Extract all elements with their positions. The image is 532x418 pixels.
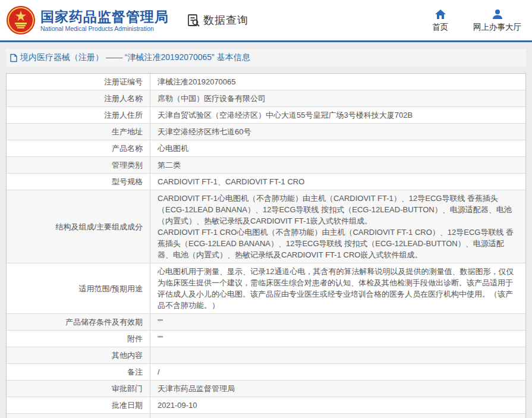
document-search-icon <box>187 13 201 27</box>
row-label: 备注 <box>7 364 150 380</box>
row-value: 第二类 <box>150 157 525 173</box>
row-value: CARDIOVIT FT-1、CARDIOVIT FT-1 CRO <box>150 174 525 190</box>
row-value-text: 天津空港经济区纬七道60号 <box>158 126 251 137</box>
data-query-label: 数据查询 <box>203 13 248 27</box>
row-value-text: 心电图机用于测量、显示、记录12通道心电，其含有的算法解释说明以及提供的测量值、… <box>158 266 518 311</box>
row-label-text: 注册人名称 <box>104 93 143 104</box>
row-value-text: "" <box>158 333 163 344</box>
row-label-text: 管理类别 <box>112 159 143 171</box>
row-label-text: 产品储存条件及有效期 <box>65 316 143 328</box>
row-value: 津械注准20192070065 <box>150 74 525 90</box>
row-label: 注册证编号 <box>7 74 150 90</box>
row-label-text: 批准日期 <box>112 400 143 411</box>
row-value <box>150 414 525 418</box>
row-label-text: 附件 <box>127 333 143 344</box>
user-icon <box>492 8 503 20</box>
row-label: 结构及组成/主要组成成分 <box>7 190 150 263</box>
site-header: 国家药品监督管理局 National Medical Products Admi… <box>0 0 532 42</box>
table-row: 生产地址 天津空港经济区纬七道60号 <box>7 124 525 140</box>
page-body: 境内医疗器械（注册） —— “津械注准20192070065” 基本信息 注册证… <box>0 42 532 418</box>
row-value: 天津空港经济区纬七道60号 <box>150 124 525 140</box>
row-label-text: 其他内容 <box>112 350 143 361</box>
row-label: 注册人住所 <box>7 107 150 123</box>
row-label: 管理类别 <box>7 157 150 173</box>
row-value-text: "" <box>158 316 163 328</box>
row-value: "" <box>150 314 525 330</box>
row-label: 批准日期 <box>7 397 150 413</box>
row-label-text: 审批部门 <box>112 383 143 394</box>
row-value-text: 第二类 <box>158 159 181 171</box>
nav-service-hall[interactable]: 网上办事大厅 <box>473 8 521 33</box>
nav-home[interactable]: 首页 <box>432 8 448 33</box>
page: 国家药品监督管理局 National Medical Products Admi… <box>0 0 532 418</box>
home-icon <box>435 8 446 20</box>
row-value-text: CARDIOVIT FT-1、CARDIOVIT FT-1 CRO <box>158 176 304 187</box>
row-value: 心电图机用于测量、显示、记录12通道心电，其含有的算法解释说明以及提供的测量值、… <box>150 263 525 313</box>
row-label: 注册人名称 <box>7 90 150 106</box>
row-label: 适用范围/预期用途 <box>7 263 150 313</box>
row-value-text: 天津市药品监督管理局 <box>158 383 235 394</box>
row-value-text: 心电图机 <box>158 143 188 154</box>
table-row: 审批部门 天津市药品监督管理局 <box>7 381 525 397</box>
row-label-text: 结构及组成/主要组成成分 <box>55 221 143 232</box>
row-label: 生效日期 <box>7 414 150 418</box>
table-row: 生效日期 <box>7 414 525 418</box>
row-label-text: 注册人住所 <box>104 109 143 121</box>
table-row: 注册人住所 天津自贸试验区（空港经济区）中心大道55号皇冠广场3号楼科技大厦70… <box>7 107 525 124</box>
row-value-text: CARDIOVIT FT-1心电图机（不含肺功能）由主机（CARDIOVIT F… <box>158 193 518 260</box>
row-label-text: 型号规格 <box>112 176 143 187</box>
row-label: 产品储存条件及有效期 <box>7 314 150 330</box>
national-emblem-logo <box>6 5 36 35</box>
table-row: 结构及组成/主要组成成分 CARDIOVIT FT-1心电图机（不含肺功能）由主… <box>7 190 525 263</box>
row-value-text: 席勒（中国）医疗设备有限公司 <box>158 93 266 104</box>
row-value: 天津自贸试验区（空港经济区）中心大道55号皇冠广场3号楼科技大厦702B <box>150 107 525 123</box>
row-label: 附件 <box>7 331 150 347</box>
row-label: 型号规格 <box>7 174 150 190</box>
table-row: 备注 / <box>7 364 525 381</box>
row-label: 审批部门 <box>7 381 150 397</box>
row-value: CARDIOVIT FT-1心电图机（不含肺功能）由主机（CARDIOVIT F… <box>150 190 525 263</box>
row-label: 产品名称 <box>7 140 150 156</box>
row-value-text: 2021-09-10 <box>158 400 197 411</box>
row-value: 天津市药品监督管理局 <box>150 381 525 397</box>
table-row: 产品名称 心电图机 <box>7 140 525 157</box>
table-row: 批准日期 2021-09-10 <box>7 397 525 414</box>
table-row: 注册证编号 津械注准20192070065 <box>7 74 525 90</box>
row-label-text: 适用范围/预期用途 <box>78 283 143 294</box>
info-table: 注册证编号 津械注准20192070065 注册人名称 席勒（中国）医疗设备有限… <box>6 73 526 418</box>
table-row: 附件 "" <box>7 331 525 347</box>
table-row: 管理类别 第二类 <box>7 157 525 174</box>
table-row: 注册人名称 席勒（中国）医疗设备有限公司 <box>7 90 525 107</box>
row-label: 生产地址 <box>7 124 150 140</box>
row-value: / <box>150 364 525 380</box>
row-value: 心电图机 <box>150 140 525 156</box>
row-label-text: 注册证编号 <box>104 76 143 87</box>
table-row: 适用范围/预期用途 心电图机用于测量、显示、记录12通道心电，其含有的算法解释说… <box>7 263 525 314</box>
site-title: 国家药品监督管理局 <box>40 9 169 24</box>
row-value-text: 津械注准20192070065 <box>158 76 236 87</box>
row-label-text: 备注 <box>127 366 143 378</box>
row-label: 其他内容 <box>7 347 150 363</box>
breadcrumb: 境内医疗器械（注册） —— “津械注准20192070065” 基本信息 <box>6 49 526 67</box>
breadcrumb-text: 境内医疗器械（注册） —— “津械注准20192070065” 基本信息 <box>20 52 250 63</box>
row-label-text: 生产地址 <box>112 126 143 137</box>
table-row: 其他内容 <box>7 347 525 364</box>
row-value: "" <box>150 331 525 347</box>
row-value <box>150 347 525 363</box>
data-query-entry[interactable]: 数据查询 <box>187 13 248 27</box>
row-value: 席勒（中国）医疗设备有限公司 <box>150 90 525 106</box>
table-row: 产品储存条件及有效期 "" <box>7 314 525 331</box>
row-label-text: 产品名称 <box>112 143 143 154</box>
row-value: 2021-09-10 <box>150 397 525 413</box>
document-icon <box>10 54 18 62</box>
table-row: 型号规格 CARDIOVIT FT-1、CARDIOVIT FT-1 CRO <box>7 174 525 190</box>
nav-home-label: 首页 <box>432 22 448 33</box>
row-value-text: 天津自贸试验区（空港经济区）中心大道55号皇冠广场3号楼科技大厦702B <box>158 109 413 121</box>
row-value-text: / <box>158 366 160 378</box>
site-subtitle: National Medical Products Administration <box>40 25 169 32</box>
nav-service-hall-label: 网上办事大厅 <box>473 22 521 33</box>
brand-block: 国家药品监督管理局 National Medical Products Admi… <box>40 9 169 32</box>
